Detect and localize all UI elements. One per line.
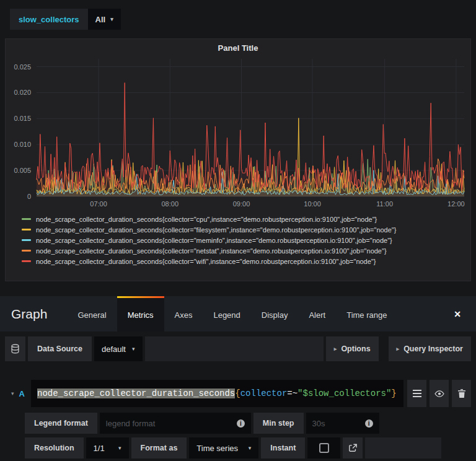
chevron-down-icon: ▾ — [118, 446, 121, 451]
trash-icon — [458, 389, 465, 398]
legend-format-label: Legend format — [25, 413, 97, 434]
collapse-query-icon[interactable]: ▾ — [11, 391, 14, 397]
svg-text:0.015: 0.015 — [14, 115, 31, 122]
legend-item[interactable]: node_scrape_collector_duration_seconds{c… — [22, 214, 470, 224]
template-variable: slow_collectors All ▾ — [10, 9, 121, 30]
legend-label: node_scrape_collector_duration_seconds{c… — [36, 237, 392, 244]
query-label-token: collector — [240, 389, 288, 398]
legend-label: node_scrape_collector_duration_seconds{c… — [36, 247, 387, 255]
chart-canvas: 00.0050.0100.0150.0200.02507:0008:0009:0… — [8, 54, 469, 210]
format-as-select[interactable]: Time series ▾ — [189, 437, 258, 459]
caret-right-icon: ▸ — [397, 346, 400, 352]
legend-format-input[interactable] — [106, 419, 237, 428]
chevron-down-icon: ▾ — [132, 346, 135, 352]
variable-value: All — [95, 15, 106, 24]
chevron-down-icon: ▾ — [249, 446, 252, 451]
legend-format-field: i — [100, 413, 251, 434]
series-color-swatch — [22, 229, 31, 230]
menu-icon — [413, 390, 421, 397]
query-brace-token: } — [391, 389, 396, 398]
options-toggle-button[interactable]: ▸ Options — [326, 336, 379, 361]
svg-text:09:00: 09:00 — [233, 200, 250, 208]
query-inspector-button[interactable]: ▸ Query Inspector — [389, 336, 471, 361]
svg-text:07:00: 07:00 — [90, 200, 107, 208]
legend-label: node_scrape_collector_duration_seconds{c… — [36, 216, 377, 223]
editor-title: Graph — [0, 296, 67, 331]
query-editor-section: ▾ A node_scrape_collector_duration_secon… — [5, 380, 471, 459]
tab-alert[interactable]: Alert — [298, 296, 336, 331]
svg-text:08:00: 08:00 — [162, 200, 179, 208]
svg-text:10:00: 10:00 — [304, 200, 321, 208]
svg-text:0.005: 0.005 — [14, 167, 31, 174]
query-ref-id[interactable]: A — [19, 389, 25, 398]
query-metric-token: node_scrape_collector_duration_seconds — [37, 389, 235, 398]
delete-query-button[interactable] — [452, 380, 471, 407]
query-brace-token: { — [235, 389, 240, 398]
svg-text:0.010: 0.010 — [14, 141, 31, 148]
series-color-swatch — [22, 250, 31, 252]
tab-general[interactable]: General — [67, 296, 117, 331]
query-operator-token: =~ — [287, 389, 298, 398]
metrics-tab-content: Data Source default ▾ ▸ Options ▸ Query … — [0, 331, 476, 459]
tab-axes[interactable]: Axes — [164, 296, 203, 331]
spacer — [381, 336, 386, 361]
legend-item[interactable]: node_scrape_collector_duration_seconds{c… — [22, 245, 470, 256]
tab-display[interactable]: Display — [251, 296, 299, 331]
eye-icon — [434, 390, 444, 397]
svg-text:0.025: 0.025 — [14, 63, 31, 71]
series-color-swatch — [22, 239, 31, 241]
resolution-select[interactable]: 1/1 ▾ — [86, 437, 129, 459]
info-icon: i — [237, 419, 245, 428]
min-step-field: i — [306, 413, 379, 434]
variable-name-label: slow_collectors — [10, 9, 88, 30]
query-value-token: "$slow_collectors" — [298, 389, 391, 398]
instant-label: Instant — [261, 437, 305, 459]
tab-time-range[interactable]: Time range — [336, 296, 397, 331]
datasource-value: default — [102, 345, 126, 354]
svg-text:11:00: 11:00 — [376, 200, 393, 208]
chart-legend: node_scrape_collector_duration_seconds{c… — [22, 214, 470, 266]
variable-value-dropdown[interactable]: All ▾ — [88, 9, 121, 30]
min-step-label: Min step — [253, 413, 304, 434]
instant-checkbox[interactable] — [319, 443, 329, 453]
datasource-row: Data Source default ▾ ▸ Options ▸ Query … — [5, 336, 471, 361]
datasource-select[interactable]: default ▾ — [94, 336, 143, 361]
instant-checkbox-cell — [307, 437, 340, 459]
query-row-a: ▾ A node_scrape_collector_duration_secon… — [5, 380, 471, 407]
series-color-swatch — [22, 260, 31, 262]
datasource-icon-cell — [5, 336, 25, 361]
share-query-button[interactable] — [343, 437, 363, 459]
format-as-value: Time series — [196, 444, 238, 453]
toggle-visibility-button[interactable] — [430, 380, 449, 407]
svg-text:0: 0 — [27, 193, 31, 200]
query-inspector-label: Query Inspector — [403, 345, 463, 353]
submenu-bar: slow_collectors All ▾ — [0, 0, 476, 38]
datasource-spacer — [145, 336, 324, 361]
time-series-chart[interactable]: 00.0050.0100.0150.0200.02507:0008:0009:0… — [6, 54, 470, 213]
row-spacer — [365, 437, 441, 459]
legend-label: node_scrape_collector_duration_seconds{c… — [36, 258, 376, 265]
panel-title[interactable]: Panel Title — [6, 39, 470, 54]
query-gutter: ▾ A — [5, 380, 31, 407]
legend-item[interactable]: node_scrape_collector_duration_seconds{c… — [22, 256, 470, 266]
tab-legend[interactable]: Legend — [203, 296, 250, 331]
min-step-input[interactable] — [312, 419, 365, 428]
info-icon: i — [365, 419, 373, 428]
datasource-label: Data Source — [28, 336, 92, 361]
close-icon: ✕ — [454, 309, 461, 319]
resolution-label: Resolution — [25, 437, 84, 459]
format-as-label: Format as — [131, 437, 187, 459]
caret-right-icon: ▸ — [334, 346, 337, 352]
legend-label: node_scrape_collector_duration_seconds{c… — [36, 226, 396, 234]
legend-item[interactable]: node_scrape_collector_duration_seconds{c… — [22, 235, 470, 245]
promql-query-input[interactable]: node_scrape_collector_duration_seconds{c… — [31, 380, 403, 407]
database-icon — [11, 344, 20, 354]
chevron-down-icon: ▾ — [110, 17, 113, 22]
close-editor-button[interactable]: ✕ — [454, 296, 461, 331]
options-label: Options — [341, 345, 370, 353]
tab-metrics[interactable]: Metrics — [117, 296, 164, 331]
query-menu-button[interactable] — [407, 380, 426, 407]
legend-item[interactable]: node_scrape_collector_duration_seconds{c… — [22, 224, 470, 235]
series-color-swatch — [22, 218, 31, 220]
resolution-row: Resolution 1/1 ▾ Format as Time series ▾… — [25, 437, 471, 459]
